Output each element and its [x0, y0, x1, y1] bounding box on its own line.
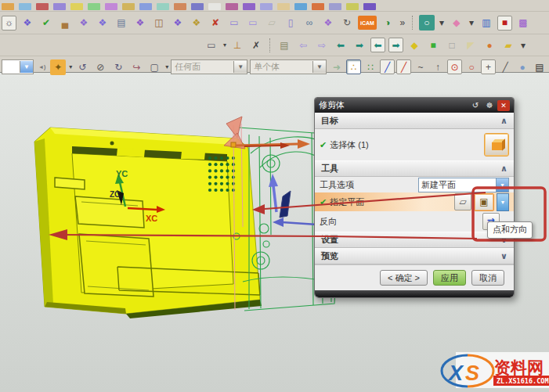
back-thin-icon[interactable]: ⇦: [295, 38, 311, 53]
rect-select-icon-dropdown[interactable]: ▾: [165, 63, 168, 70]
dialog-titlebar[interactable]: 修剪体 ↺ ☸ ✕: [315, 98, 514, 113]
replace-component-icon[interactable]: ◫: [151, 15, 167, 31]
clipped-icon-10[interactable]: [157, 3, 169, 10]
undo-icon[interactable]: ↺: [74, 59, 90, 75]
rect-select-icon[interactable]: ▢: [146, 59, 162, 75]
clipped-icon-14[interactable]: [226, 3, 238, 10]
collapse-up-icon[interactable]: ∧: [500, 164, 507, 174]
apply-button[interactable]: 应用: [433, 270, 466, 286]
snap-sphere-icon[interactable]: ●: [515, 59, 530, 75]
plane-method-dropdown-icon[interactable]: ▼: [497, 193, 509, 211]
back-page-icon[interactable]: ⬅: [370, 38, 385, 52]
collapse-up-icon[interactable]: ∧: [500, 116, 507, 126]
dialog-close-icon[interactable]: ✕: [497, 100, 510, 111]
snap-tangent-icon[interactable]: ╱: [497, 59, 513, 75]
flashlight-icon[interactable]: ◤: [463, 38, 479, 53]
clipped-icon-9[interactable]: [139, 3, 152, 10]
note-page-icon[interactable]: ▤: [276, 38, 292, 53]
clipped-icon-15[interactable]: [243, 3, 255, 10]
icam-tile-icon[interactable]: iCAM: [358, 16, 377, 30]
no-selection-icon[interactable]: ⊘: [92, 59, 108, 75]
clipped-icon-8[interactable]: [122, 3, 135, 10]
component-faded-icon[interactable]: ▱: [264, 15, 280, 31]
forward-page-icon[interactable]: ➡: [388, 38, 403, 52]
clamp-icon[interactable]: ▄: [57, 15, 73, 31]
snap-point-enable-icon[interactable]: ∴: [346, 59, 361, 74]
pink-cube-icon[interactable]: ◆: [449, 15, 464, 31]
forward-thin-icon[interactable]: ⇨: [314, 38, 330, 53]
ok-button[interactable]: < 确定 >: [380, 270, 428, 286]
snap-intersection-icon[interactable]: ↑: [430, 59, 446, 75]
boundary-teal-icon[interactable]: ○: [419, 15, 435, 31]
snap-circle-icon[interactable]: ○: [464, 59, 479, 75]
sphere-cube-icon[interactable]: ●: [482, 38, 497, 53]
page-purple-icon[interactable]: ▯: [283, 15, 298, 31]
select-body-button[interactable]: [484, 133, 509, 156]
clipped-icon-11[interactable]: [174, 3, 186, 10]
snap-curve-icon[interactable]: ~: [413, 59, 428, 75]
csys-xj-icon[interactable]: ✗: [248, 38, 264, 53]
preferences-star-icon[interactable]: ✦: [50, 59, 66, 75]
overflow-chevron-icon[interactable]: »: [399, 15, 406, 31]
view-style-combo[interactable]: ▼: [2, 59, 34, 74]
dialog-settings-gear-icon[interactable]: ☸: [483, 100, 496, 111]
collapse-down-icon[interactable]: ∨: [500, 251, 507, 261]
component-text-icon[interactable]: ❖: [170, 15, 186, 31]
sheet-icon[interactable]: ▭: [204, 38, 219, 53]
plane-method-button[interactable]: ▣: [474, 193, 494, 211]
boundary-dd[interactable]: ▾: [438, 15, 446, 31]
redo-icon[interactable]: ↻: [110, 59, 126, 75]
snap-arc-center-icon[interactable]: ⊙: [447, 59, 462, 74]
clipped-icon-13[interactable]: [208, 3, 221, 10]
selection-scope-dropdown-icon[interactable]: ▼: [312, 61, 326, 73]
component-blue-icon[interactable]: ❖: [20, 15, 35, 31]
view-style-dropdown-icon[interactable]: ▼: [20, 61, 33, 73]
dialog-rollup-icon[interactable]: ↺: [469, 100, 482, 111]
red-cube-framed-icon[interactable]: ■: [497, 16, 512, 31]
component-pages-icon[interactable]: ▭: [245, 15, 261, 31]
component-gear-icon[interactable]: ❖: [132, 15, 148, 31]
more-dd-icon[interactable]: ▾: [519, 38, 527, 53]
tool-option-dropdown[interactable]: 新建平面 ▼: [418, 178, 509, 192]
back-icon[interactable]: ⬅: [333, 38, 349, 53]
gift-box-icon[interactable]: ▩: [515, 15, 531, 31]
snap-midpoint-icon[interactable]: ╱: [396, 59, 411, 74]
target-group-header[interactable]: 目标 ∧: [315, 113, 514, 129]
tool-option-dropdown-icon[interactable]: ▼: [496, 178, 508, 192]
clipped-icon-7[interactable]: [105, 3, 117, 10]
clipped-icon-5[interactable]: [70, 3, 83, 10]
plane-dialog-button[interactable]: ▱: [454, 193, 471, 210]
cancel-button[interactable]: 取消: [471, 270, 504, 286]
clipped-icon-21[interactable]: [346, 3, 359, 10]
snap-existing-point-icon[interactable]: ∷: [363, 59, 378, 75]
clipped-icon-6[interactable]: [88, 3, 100, 10]
type-filter-combo[interactable]: 任何面 ▼: [171, 59, 247, 74]
csys-abs-icon[interactable]: ⊥: [229, 38, 245, 53]
sheet-icon-dropdown[interactable]: ▾: [223, 41, 226, 49]
preferences-star-icon-dropdown[interactable]: ▾: [69, 63, 72, 70]
preview-group-header[interactable]: 预览 ∨: [315, 248, 514, 264]
analysis-pie-icon[interactable]: ◑: [380, 15, 395, 31]
show-product-icon[interactable]: ◆: [406, 38, 422, 53]
tool-group-header[interactable]: 工具 ∧: [315, 160, 514, 177]
clipped-icon-18[interactable]: [294, 3, 307, 10]
display-burst-icon[interactable]: ☼: [2, 16, 16, 31]
clipped-icon-19[interactable]: [312, 3, 324, 10]
delete-x-icon[interactable]: ✘: [208, 15, 223, 31]
selection-scope-combo[interactable]: 单个体 ▼: [250, 59, 327, 74]
clipped-icon-17[interactable]: [277, 3, 290, 10]
notes-list-icon[interactable]: ▤: [114, 15, 129, 31]
clipped-icon-4[interactable]: [53, 3, 66, 10]
binoculars-icon[interactable]: ∞: [302, 15, 317, 31]
hook-arrow-icon[interactable]: ↪: [128, 59, 144, 75]
component-copy-icon[interactable]: ❖: [95, 15, 110, 31]
clipped-icon-12[interactable]: [191, 3, 204, 10]
snap-endpoint-icon[interactable]: ╱: [380, 59, 395, 74]
type-filter-dropdown-icon[interactable]: ▼: [233, 61, 247, 73]
component-flag-icon[interactable]: ❖: [76, 15, 92, 31]
books-icon[interactable]: ▥: [479, 15, 494, 31]
clipboard-icon[interactable]: ▤: [532, 59, 547, 75]
clipped-icon-3[interactable]: [36, 3, 49, 10]
forward-icon[interactable]: ➡: [352, 38, 367, 53]
clipped-icon-2[interactable]: [19, 3, 31, 10]
